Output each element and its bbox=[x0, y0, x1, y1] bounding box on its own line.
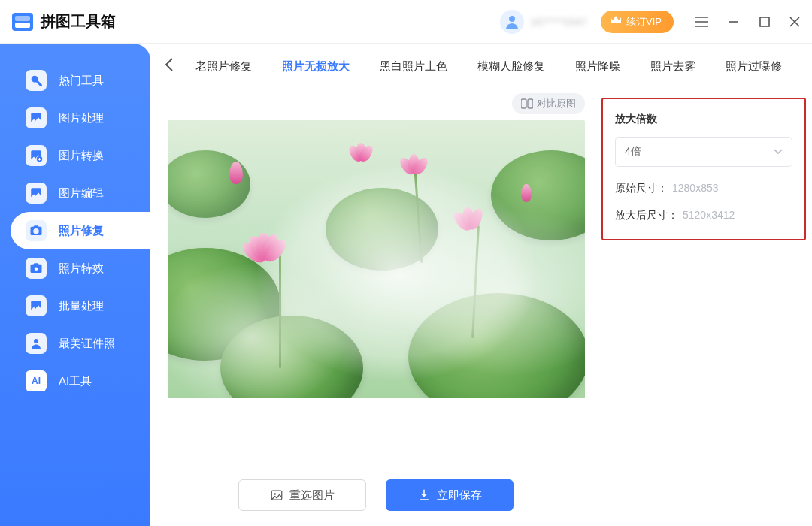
tab-dehaze[interactable]: 照片去雾 bbox=[635, 59, 710, 74]
close-icon[interactable] bbox=[789, 17, 800, 27]
svg-rect-5 bbox=[521, 99, 526, 108]
minimize-icon[interactable] bbox=[728, 16, 740, 28]
compare-icon bbox=[521, 98, 533, 109]
sidebar-item-label: 图片转换 bbox=[59, 149, 104, 163]
avatar[interactable] bbox=[500, 10, 524, 34]
sidebar: 热门工具 图片处理 图片转换 图片编辑 照片修复 照片特效 批量处理 最美证件 bbox=[0, 44, 150, 526]
tab-bar: 老照片修复 照片无损放大 黑白照片上色 模糊人脸修复 照片降噪 照片去雾 照片过… bbox=[150, 44, 812, 89]
save-label: 立即保存 bbox=[437, 488, 482, 503]
output-size-row: 放大后尺寸：5120x3412 bbox=[615, 209, 792, 222]
image-icon bbox=[26, 107, 47, 128]
chevron-down-icon bbox=[774, 149, 783, 155]
compare-label: 对比原图 bbox=[537, 97, 576, 110]
download-icon bbox=[417, 488, 431, 502]
vip-button[interactable]: 续订VIP bbox=[601, 11, 674, 33]
tab-old-photo-repair[interactable]: 老照片修复 bbox=[180, 59, 267, 74]
camera-plus-icon bbox=[26, 220, 47, 241]
sidebar-item-label: 热门工具 bbox=[59, 74, 104, 88]
user-id: 187****0347 bbox=[530, 16, 587, 28]
crown-icon bbox=[610, 15, 622, 28]
menu-icon[interactable] bbox=[695, 17, 708, 27]
output-size-value: 5120x3412 bbox=[683, 209, 735, 221]
original-size-label: 原始尺寸： bbox=[615, 182, 668, 194]
main: 老照片修复 照片无损放大 黑白照片上色 模糊人脸修复 照片降噪 照片去雾 照片过… bbox=[150, 44, 812, 526]
sidebar-item-photo-effects[interactable]: 照片特效 bbox=[0, 249, 150, 287]
tab-colorize[interactable]: 黑白照片上色 bbox=[365, 59, 462, 74]
scale-select[interactable]: 4倍 bbox=[615, 137, 792, 167]
sidebar-item-image-convert[interactable]: 图片转换 bbox=[0, 137, 150, 174]
ai-icon: AI bbox=[26, 370, 47, 391]
svg-point-8 bbox=[274, 493, 276, 494]
sidebar-item-label: 最美证件照 bbox=[59, 337, 115, 351]
svg-rect-6 bbox=[528, 99, 533, 108]
output-size-label: 放大后尺寸： bbox=[615, 209, 678, 221]
scale-value: 4倍 bbox=[625, 145, 641, 159]
sidebar-item-ai-tools[interactable]: AI AI工具 bbox=[0, 362, 150, 400]
app-logo-icon bbox=[12, 13, 33, 31]
svg-point-4 bbox=[34, 339, 38, 343]
window-controls bbox=[695, 16, 800, 28]
sidebar-item-label: 批量处理 bbox=[59, 299, 104, 313]
user-icon bbox=[503, 13, 521, 31]
tab-denoise[interactable]: 照片降噪 bbox=[560, 59, 635, 74]
wrench-icon bbox=[26, 70, 47, 91]
vip-label: 续订VIP bbox=[626, 15, 662, 29]
sidebar-item-image-edit[interactable]: 图片编辑 bbox=[0, 174, 150, 212]
reselect-label: 重选图片 bbox=[289, 488, 335, 503]
edit-icon bbox=[26, 183, 47, 204]
id-photo-icon bbox=[26, 333, 47, 354]
effects-icon bbox=[26, 258, 47, 279]
svg-rect-1 bbox=[760, 17, 769, 26]
sidebar-item-label: 图片编辑 bbox=[59, 186, 104, 201]
sidebar-item-label: 图片处理 bbox=[59, 111, 104, 125]
sidebar-item-batch[interactable]: 批量处理 bbox=[0, 287, 150, 325]
sidebar-item-hot-tools[interactable]: 热门工具 bbox=[0, 62, 150, 99]
tab-lossless-enlarge[interactable]: 照片无损放大 bbox=[267, 59, 365, 74]
sidebar-item-photo-repair[interactable]: 照片修复 bbox=[11, 212, 150, 249]
sidebar-item-label: 照片特效 bbox=[59, 261, 104, 276]
reselect-button[interactable]: 重选图片 bbox=[238, 479, 366, 511]
app-title: 拼图工具箱 bbox=[41, 11, 116, 32]
sidebar-item-label: AI工具 bbox=[59, 374, 92, 388]
sidebar-item-image-process[interactable]: 图片处理 bbox=[0, 99, 150, 137]
image-icon bbox=[270, 488, 283, 502]
svg-point-3 bbox=[35, 268, 38, 271]
tab-face-repair[interactable]: 模糊人脸修复 bbox=[462, 59, 560, 74]
sidebar-item-label: 照片修复 bbox=[59, 224, 104, 238]
action-buttons: 重选图片 立即保存 bbox=[238, 479, 514, 511]
maximize-icon[interactable] bbox=[759, 17, 770, 27]
panel-title: 放大倍数 bbox=[615, 113, 792, 126]
svg-point-0 bbox=[509, 16, 515, 22]
save-button[interactable]: 立即保存 bbox=[386, 479, 514, 511]
compare-button[interactable]: 对比原图 bbox=[512, 93, 585, 114]
batch-icon bbox=[26, 295, 47, 316]
sidebar-item-id-photo[interactable]: 最美证件照 bbox=[0, 325, 150, 362]
preview-area: 对比原图 bbox=[150, 89, 601, 526]
convert-icon bbox=[26, 145, 47, 166]
tab-overexposure[interactable]: 照片过曝修 bbox=[710, 59, 797, 74]
original-size-value: 1280x853 bbox=[672, 182, 719, 194]
preview-image bbox=[168, 120, 585, 398]
back-button[interactable] bbox=[158, 58, 180, 74]
settings-panel: 放大倍数 4倍 原始尺寸：1280x853 放大后尺寸：5120x3412 bbox=[601, 98, 806, 526]
original-size-row: 原始尺寸：1280x853 bbox=[615, 182, 792, 195]
title-bar: 拼图工具箱 187****0347 续订VIP bbox=[0, 0, 812, 44]
